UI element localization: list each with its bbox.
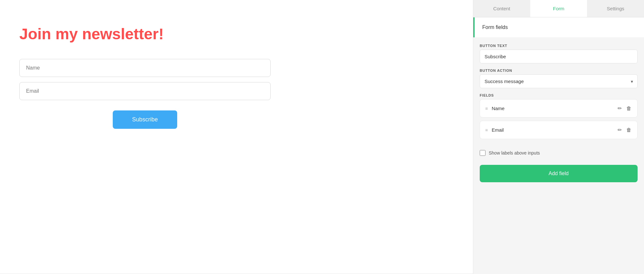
button-action-select-wrapper: Success message Redirect to URL ▾ — [480, 74, 638, 88]
email-input[interactable] — [19, 82, 271, 100]
fields-list-label: FIELDS — [480, 93, 638, 97]
button-action-select[interactable]: Success message Redirect to URL — [480, 74, 638, 88]
field-row-email-label: Email — [492, 127, 613, 133]
delete-email-field-button[interactable]: 🗑 — [626, 127, 632, 134]
fields-area: BUTTON TEXT BUTTON ACTION Success messag… — [473, 37, 644, 189]
button-action-label: BUTTON ACTION — [480, 69, 638, 72]
field-row-name-actions: ✏ 🗑 — [617, 105, 632, 112]
field-row-email-actions: ✏ 🗑 — [617, 126, 632, 134]
field-row-name-label: Name — [492, 106, 613, 111]
field-row-name: ≡ Name ✏ 🗑 — [480, 99, 638, 118]
add-field-button[interactable]: Add field — [480, 165, 638, 182]
right-panel: Content Form Settings Form fields BUTTON… — [473, 0, 644, 274]
button-action-group: BUTTON ACTION Success message Redirect t… — [480, 69, 638, 88]
delete-name-field-button[interactable]: 🗑 — [626, 105, 632, 112]
button-text-group: BUTTON TEXT — [480, 44, 638, 63]
name-input[interactable] — [19, 59, 271, 77]
edit-email-field-button[interactable]: ✏ — [617, 126, 622, 134]
show-labels-checkbox[interactable] — [480, 150, 485, 156]
show-labels-text[interactable]: Show labels above inputs — [489, 150, 540, 156]
tab-content[interactable]: Content — [473, 0, 530, 17]
button-text-input[interactable] — [480, 50, 638, 63]
tab-form[interactable]: Form — [530, 0, 587, 17]
section-header: Form fields — [473, 17, 644, 37]
fields-list-section: FIELDS ≡ Name ✏ 🗑 ≡ Email ✏ 🗑 — [480, 93, 638, 142]
tabs-bar: Content Form Settings — [473, 0, 644, 17]
tab-settings[interactable]: Settings — [587, 0, 644, 17]
left-panel: Join my newsletter! Subscribe — [0, 0, 473, 274]
edit-name-field-button[interactable]: ✏ — [617, 105, 622, 112]
newsletter-form: Subscribe — [19, 59, 271, 129]
show-labels-row: Show labels above inputs — [480, 147, 638, 160]
drag-handle-email[interactable]: ≡ — [485, 128, 488, 133]
section-header-text: Form fields — [482, 24, 508, 30]
button-text-label: BUTTON TEXT — [480, 44, 638, 48]
newsletter-title: Join my newsletter! — [19, 26, 164, 43]
subscribe-button[interactable]: Subscribe — [113, 110, 177, 129]
drag-handle-name[interactable]: ≡ — [485, 106, 488, 111]
field-row-email: ≡ Email ✏ 🗑 — [480, 121, 638, 139]
